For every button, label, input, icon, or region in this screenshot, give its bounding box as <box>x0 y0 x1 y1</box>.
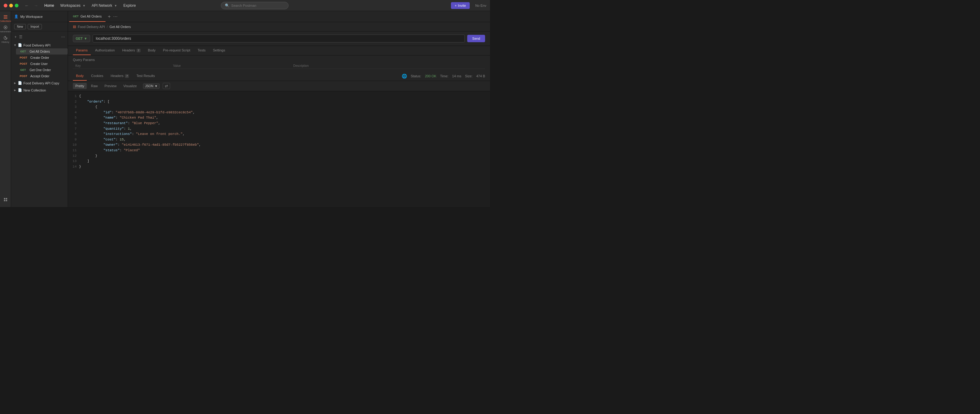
tab-params[interactable]: Params <box>73 46 91 55</box>
filter-btn[interactable]: ☰ <box>19 35 23 40</box>
list-item[interactable]: POST Create User <box>16 61 68 67</box>
item-label: Get One Order <box>30 68 51 72</box>
search-bar[interactable]: 🔍 <box>221 2 288 9</box>
params-label: Query Params <box>73 58 485 62</box>
title-nav: Home Workspaces ▼ API Network ▼ Explore <box>42 2 138 9</box>
svg-rect-5 <box>4 198 5 199</box>
tree-controls-left: + ☰ <box>14 35 23 40</box>
chevron-down-icon: ▼ <box>14 43 17 47</box>
params-section: Query Params Key Value Description <box>68 56 490 72</box>
breadcrumb-collection[interactable]: Food Delivery API <box>78 25 105 29</box>
collection-items-food-delivery: GET Get All Orders POST Create Order POS… <box>11 48 68 79</box>
sidebar-environments-icon[interactable]: Environments <box>1 24 10 34</box>
nav-workspaces[interactable]: Workspaces ▼ <box>58 2 88 9</box>
method-badge-post: POST <box>19 56 29 59</box>
workspaces-arrow: ▼ <box>83 4 86 7</box>
code-line-7: 7 "quantity": 1, <box>68 126 490 132</box>
method-badge-post: POST <box>19 62 29 66</box>
collection-header-food-delivery-copy[interactable]: ► 📄 Food Delivery API Copy <box>11 80 68 86</box>
tab-authorization[interactable]: Authorization <box>92 46 118 55</box>
nav-home[interactable]: Home <box>42 2 57 9</box>
collection-header-new[interactable]: ► 📄 New Collection <box>11 87 68 93</box>
content-area: GET Get All Orders + ⋯ ▤ Food Delivery A… <box>68 11 490 207</box>
method-badge-get: GET <box>19 68 28 72</box>
code-line-13: 13 ] <box>68 159 490 164</box>
nav-explore[interactable]: Explore <box>121 2 138 9</box>
code-line-14: 14 } <box>68 164 490 170</box>
workspace-selector[interactable]: 👤 My Workspace <box>14 14 43 19</box>
response-tabs-bar: Body Cookies Headers 7 Test Results 🌐 St… <box>68 72 490 81</box>
list-item[interactable]: POST Create Order <box>16 54 68 61</box>
code-line-12: 12 } <box>68 153 490 159</box>
svg-rect-6 <box>6 198 7 199</box>
time-label: Time: <box>440 74 449 78</box>
tab-pre-request-script[interactable]: Pre-request Script <box>160 46 194 55</box>
invite-button[interactable]: + Invite <box>451 2 470 9</box>
tab-settings[interactable]: Settings <box>210 46 228 55</box>
list-item[interactable]: POST Accept Order <box>16 73 68 79</box>
tab-headers[interactable]: Headers 7 <box>119 46 144 55</box>
sidebar-history-icon[interactable]: History <box>1 35 10 44</box>
method-selector[interactable]: GET ▼ <box>73 35 90 42</box>
resp-tab-body[interactable]: Body <box>73 72 87 81</box>
wrap-button[interactable]: ⇄ <box>163 83 170 89</box>
more-tabs-button[interactable]: ⋯ <box>113 14 118 19</box>
resp-tab-headers[interactable]: Headers 7 <box>108 72 132 81</box>
user-icon: 👤 <box>14 14 19 19</box>
search-input[interactable] <box>231 4 280 7</box>
fullscreen-button[interactable] <box>15 4 19 7</box>
code-line-8: 8 "instructions": "Leave on front porch.… <box>68 131 490 137</box>
chevron-right-icon: ► <box>14 82 17 85</box>
code-line-3: 3 { <box>68 104 490 110</box>
add-tab-button[interactable]: + <box>106 11 113 22</box>
collection-group-new: ► 📄 New Collection <box>11 87 68 93</box>
svg-point-4 <box>5 27 6 28</box>
tab-get-all-orders[interactable]: GET Get All Orders <box>69 11 105 22</box>
code-view: 1 { 2 "orders": [ 3 { 4 "id": "407d7b6b-… <box>68 91 490 207</box>
resp-tab-test-results[interactable]: Test Results <box>133 72 158 81</box>
method-label: GET <box>76 37 83 40</box>
status-label: Status: <box>410 74 421 78</box>
add-collection-btn[interactable]: + <box>14 35 17 40</box>
sidebar-header: 👤 My Workspace <box>11 11 68 22</box>
format-tab-raw[interactable]: Raw <box>89 83 100 89</box>
format-tab-pretty[interactable]: Pretty <box>73 83 87 89</box>
request-tabs: Params Authorization Headers 7 Body Pre-… <box>68 46 490 56</box>
resp-tab-cookies[interactable]: Cookies <box>88 72 107 81</box>
item-label: Get All Orders <box>30 50 50 53</box>
tab-method-badge: GET <box>73 15 79 18</box>
new-button[interactable]: New <box>14 24 26 29</box>
collection-name: Food Delivery API <box>23 43 51 47</box>
code-line-5: 5 "name": "Chicken Pad Thai", <box>68 115 490 121</box>
item-label: Create User <box>30 62 48 66</box>
collection-group-food-delivery-copy: ► 📄 Food Delivery API Copy <box>11 80 68 86</box>
nav-api-network[interactable]: API Network ▼ <box>89 2 120 9</box>
forward-button[interactable]: → <box>33 2 39 9</box>
tabs-bar: GET Get All Orders + ⋯ <box>68 11 490 22</box>
breadcrumb-request: Get All Orders <box>110 25 131 29</box>
sidebar-apps-icon[interactable] <box>1 195 10 205</box>
list-item[interactable]: GET Get All Orders <box>16 48 68 54</box>
format-selector[interactable]: JSON ▼ <box>143 83 160 89</box>
code-line-1: 1 { <box>68 94 490 99</box>
list-item[interactable]: GET Get One Order <box>16 67 68 73</box>
status-value: 200 OK <box>425 74 436 78</box>
format-tab-visualize[interactable]: Visualize <box>121 83 139 89</box>
send-button[interactable]: Send <box>467 35 485 42</box>
response-status: 🌐 Status: 200 OK Time: 14 ms Size: 474 B <box>402 74 485 78</box>
import-button[interactable]: Import <box>28 24 42 29</box>
close-button[interactable] <box>4 4 7 7</box>
format-tab-preview[interactable]: Preview <box>102 83 119 89</box>
tab-tests[interactable]: Tests <box>195 46 209 55</box>
svg-rect-7 <box>4 200 5 201</box>
sidebar-collections-icon[interactable]: Collections <box>1 14 10 23</box>
tab-body[interactable]: Body <box>145 46 159 55</box>
environments-icon-svg <box>3 25 8 30</box>
chevron-right-icon: ► <box>14 88 17 92</box>
collection-header-food-delivery[interactable]: ▼ 📄 Food Delivery API <box>11 42 68 48</box>
minimize-button[interactable] <box>9 4 13 7</box>
tree-more-btn[interactable]: ⋯ <box>61 35 65 40</box>
url-input[interactable] <box>92 35 465 43</box>
item-label: Create Order <box>30 56 49 59</box>
back-button[interactable]: ← <box>23 2 30 9</box>
